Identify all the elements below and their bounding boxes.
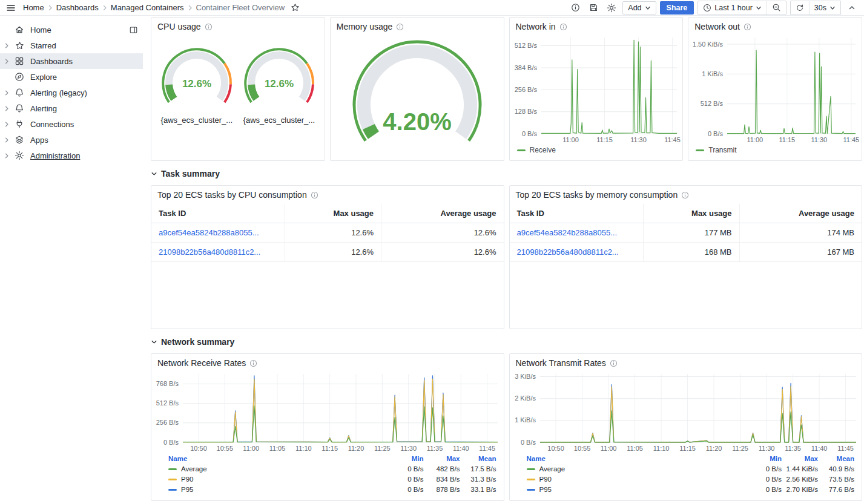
chevron-right-icon [47, 5, 53, 11]
task-id-link[interactable]: 21098b22b56a480d8811c2... [517, 247, 619, 257]
svg-text:11:45: 11:45 [837, 445, 854, 452]
info-icon[interactable] [205, 23, 213, 31]
sidebar-item-apps[interactable]: Apps [0, 132, 143, 148]
section-task-summary[interactable]: Task summary [151, 166, 862, 182]
expand-chevron-icon[interactable] [2, 58, 12, 65]
bell-icon [13, 88, 25, 97]
legend-series-name[interactable]: P95 [181, 486, 193, 493]
panel-title[interactable]: Top 20 ECS tasks by CPU consumption [157, 190, 307, 200]
svg-text:256 B/s: 256 B/s [156, 419, 179, 426]
svg-text:0 B/s: 0 B/s [708, 130, 724, 137]
expand-chevron-icon[interactable] [2, 152, 12, 159]
favorite-star-icon[interactable] [288, 1, 302, 15]
info-icon[interactable] [681, 191, 689, 199]
menu-icon[interactable] [4, 1, 18, 15]
refresh-interval-dropdown[interactable]: 30s [809, 1, 840, 15]
legend-series-name[interactable]: P90 [539, 476, 552, 483]
share-button[interactable]: Share [660, 1, 694, 15]
panel-title[interactable]: Network in [516, 22, 556, 31]
time-range-picker[interactable]: Last 1 hour [698, 1, 767, 15]
sidebar-item-alerting[interactable]: Alerting [0, 100, 143, 116]
panel-title[interactable]: Memory usage [337, 22, 393, 31]
column-header-task-id[interactable]: Task ID [151, 204, 285, 223]
info-icon[interactable] [744, 23, 751, 31]
sidebar-item-explore[interactable]: Explore [0, 69, 143, 85]
zoom-out-icon[interactable] [767, 1, 786, 15]
panel-title[interactable]: Network Receive Rates [157, 358, 246, 368]
info-icon[interactable] [311, 191, 318, 199]
expand-chevron-icon[interactable] [2, 137, 12, 143]
expand-chevron-icon[interactable] [2, 90, 12, 96]
panel-title[interactable]: Network out [694, 22, 740, 31]
settings-gear-icon[interactable] [604, 1, 619, 15]
legend-header-max[interactable]: Max [424, 454, 460, 463]
svg-text:2 KiB/s: 2 KiB/s [515, 394, 536, 402]
legend-series-name[interactable]: P90 [181, 476, 193, 483]
svg-text:11:45: 11:45 [664, 136, 681, 143]
network-in-chart[interactable]: 0 B/s128 B/s256 B/s384 B/s512 B/s11:0011… [511, 33, 682, 145]
column-header-max-usage[interactable]: Max usage [285, 204, 381, 223]
breadcrumb-home[interactable]: Home [23, 3, 44, 12]
column-header-task-id[interactable]: Task ID [510, 204, 644, 223]
cpu-gauge: 12.6% [157, 47, 237, 114]
legend-series-name[interactable]: P95 [539, 486, 552, 493]
legend-series-name[interactable]: Average [539, 465, 566, 473]
legend-header-name[interactable]: Name [527, 454, 746, 463]
legend-series-receive[interactable]: Receive [530, 146, 556, 154]
clock-icon [703, 4, 711, 12]
sidebar-item-dashboards[interactable]: Dashboards [0, 53, 143, 69]
expand-chevron-icon[interactable] [2, 105, 12, 112]
legend-header-max[interactable]: Max [782, 454, 818, 463]
svg-text:11:00: 11:00 [243, 445, 259, 452]
panel-title[interactable]: Network Transmit Rates [516, 358, 606, 368]
svg-text:10:55: 10:55 [573, 445, 590, 452]
compass-icon [13, 72, 25, 82]
legend-header-mean[interactable]: Mean [460, 454, 496, 463]
info-icon[interactable] [396, 23, 404, 31]
breadcrumb-folder[interactable]: Managed Containers [111, 3, 184, 12]
column-header-average-usage[interactable]: Average usage [381, 204, 504, 223]
task-id-link[interactable]: a9cef54ea5824b288a8055... [159, 228, 259, 237]
breadcrumb-dashboards[interactable]: Dashboards [56, 3, 99, 12]
breadcrumb-current[interactable]: Container Fleet Overview [196, 3, 285, 12]
network-out-chart[interactable]: 0 B/s512 B/s1 KiB/s1.50 KiB/s11:0011:151… [690, 33, 860, 145]
sidebar-item-home[interactable]: Home [0, 22, 143, 38]
svg-text:11:25: 11:25 [374, 445, 391, 452]
legend-header-min[interactable]: Min [745, 454, 782, 463]
svg-text:1.50 KiB/s: 1.50 KiB/s [693, 41, 724, 48]
legend-series-transmit[interactable]: Transmit [708, 146, 736, 154]
breadcrumb: Home Dashboards Managed Containers Conta… [23, 1, 302, 15]
legend-header-mean[interactable]: Mean [818, 454, 854, 463]
collapse-controls-icon[interactable] [845, 1, 859, 15]
receive-rates-chart[interactable]: 0 B/s256 B/s512 B/s768 B/s10:5010:5511:0… [153, 370, 503, 453]
info-icon[interactable] [610, 359, 618, 367]
expand-chevron-icon[interactable] [2, 121, 12, 128]
legend-series-name[interactable]: Average [181, 465, 207, 473]
section-network-summary[interactable]: Network summary [151, 334, 862, 350]
task-id-link[interactable]: 21098b22b56a480d8811c2... [159, 247, 260, 257]
transmit-rates-chart[interactable]: 0 B/s1 KiB/s2 KiB/s3 KiB/s10:5010:5511:0… [511, 370, 861, 453]
sidebar-item-starred[interactable]: Starred [0, 38, 143, 53]
panel-title[interactable]: CPU usage [157, 22, 201, 31]
sidebar-item-administration[interactable]: Administration [0, 148, 143, 163]
info-icon[interactable] [249, 359, 257, 367]
info-icon[interactable] [559, 23, 567, 31]
save-icon[interactable] [586, 1, 601, 15]
column-header-average-usage[interactable]: Average usage [739, 204, 862, 223]
expand-chevron-icon[interactable] [2, 42, 12, 49]
refresh-icon[interactable] [791, 1, 809, 15]
dashboard-info-icon[interactable] [568, 1, 582, 15]
svg-text:768 B/s: 768 B/s [156, 380, 179, 387]
legend-header-min[interactable]: Min [387, 454, 424, 463]
panel-title[interactable]: Top 20 ECS tasks by memory consumption [516, 190, 678, 200]
sidebar-item-connections[interactable]: Connections [0, 116, 143, 132]
max-usage-value: 12.6% [285, 223, 381, 243]
svg-text:11:30: 11:30 [811, 136, 828, 143]
legend-header-name[interactable]: Name [168, 454, 387, 463]
dock-menu-icon[interactable] [129, 25, 138, 34]
sidebar-item-alerting-legacy[interactable]: Alerting (legacy) [0, 85, 143, 100]
column-header-max-usage[interactable]: Max usage [643, 204, 739, 223]
task-id-link[interactable]: a9cef54ea5824b288a8055... [517, 228, 618, 237]
add-button[interactable]: Add [622, 1, 656, 15]
sidebar: Home Starred Dashboards Explore Alerting… [0, 16, 143, 504]
